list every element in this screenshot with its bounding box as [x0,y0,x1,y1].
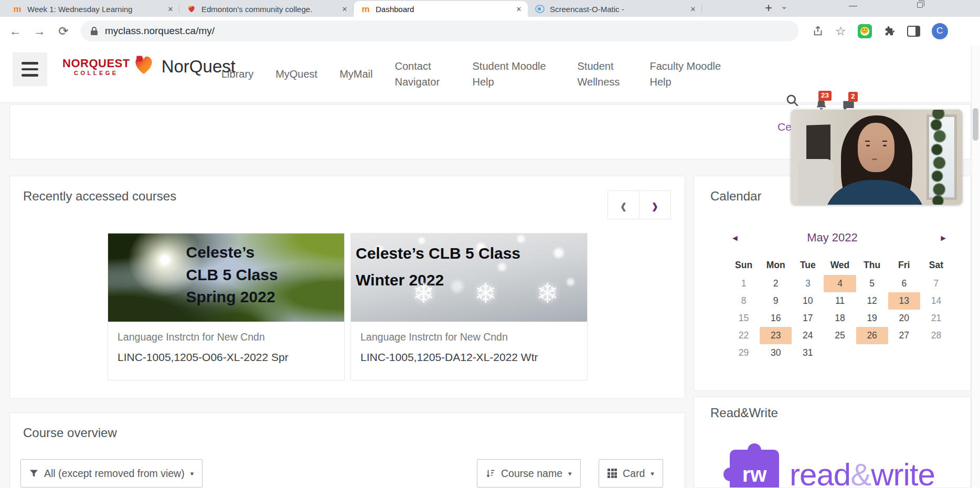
calendar-day-23[interactable]: 23 [760,327,792,344]
bitmoji-extension-icon[interactable] [858,24,872,38]
forward-button[interactable]: → [33,24,46,38]
tab-close-icon[interactable]: ✕ [514,4,524,14]
calendar-day-29[interactable]: 29 [728,344,760,362]
calendar-day-30[interactable]: 30 [760,344,792,362]
calendar-day-header: Tue [792,255,824,275]
nav-item-contact-navigator[interactable]: Contact Navigator [395,58,451,90]
browser-tab[interactable]: Dashboard ✕ [354,1,528,17]
search-icon[interactable] [785,93,800,108]
calendar-day-2[interactable]: 2 [760,275,792,292]
calendar-day-empty [856,344,888,362]
site-nav: LibraryMyQuestMyMailContact NavigatorStu… [221,45,733,102]
nav-item-student-moodle-help[interactable]: Student Moodle Help [473,58,556,90]
bookmark-star-icon[interactable]: ☆ [835,24,846,38]
calendar-day-13[interactable]: 13 [888,292,920,310]
calendar-day-20[interactable]: 20 [888,310,920,327]
norquest-logo[interactable]: NORQUEST COLLEGE NorQuest [62,57,236,77]
calendar-day-11[interactable]: 11 [824,292,856,310]
tab-title: Dashboard [376,5,509,14]
nav-item-student-wellness[interactable]: Student Wellness [578,58,628,90]
calendar-day-17[interactable]: 17 [792,310,824,327]
window-minimize-icon[interactable]: — [849,1,857,10]
scrollbar-thumb[interactable] [973,108,978,141]
tab-close-icon[interactable]: ✕ [688,4,698,14]
browser-tab[interactable]: Edmonton's community college. ✕ [179,1,354,17]
calendar-month-label[interactable]: May 2022 [694,231,971,245]
tab-close-icon[interactable]: ✕ [340,4,349,14]
calendar-day-5[interactable]: 5 [856,275,888,292]
address-bar[interactable]: myclass.norquest.ca/my/ [81,20,798,41]
display-mode-dropdown[interactable]: Card ▾ [599,459,663,487]
carousel-prev-button[interactable]: ‹ [608,190,640,219]
calendar-day-15[interactable]: 15 [728,310,760,327]
course-overview-title: Course overview [23,426,117,440]
browser-tab[interactable]: Week 1: Wednesday Learning ✕ [5,1,179,17]
course-card[interactable]: Celeste’s CLB 5 ClassWinter 2022 Languag… [350,233,588,380]
readwrite-logo[interactable]: rw read&write [694,450,971,488]
screencast-favicon [535,5,545,13]
new-tab-button[interactable]: + [765,2,772,14]
calendar-day-14[interactable]: 14 [920,292,952,310]
browser-profile-avatar[interactable]: C [932,23,948,39]
calendar-day-3[interactable]: 3 [792,275,824,292]
calendar-day-header: Sat [920,255,952,275]
course-code-link[interactable]: LINC-1005,1205-O06-XL-2022 Spr [118,351,289,364]
calendar-day-10[interactable]: 10 [792,292,824,310]
norquest-heart-icon [132,52,155,77]
back-button[interactable]: ← [8,24,22,38]
nav-item-library[interactable]: Library [221,66,253,82]
carousel-next-button[interactable]: › [639,190,671,219]
sort-dropdown[interactable]: Course name ▾ [477,459,581,487]
course-image[interactable]: Celeste’s CLB 5 ClassWinter 2022 [351,234,587,322]
reload-button[interactable]: ⟳ [57,24,70,38]
calendar-day-header: Thu [856,255,888,275]
calendar-day-9[interactable]: 9 [760,292,792,310]
filter-funnel-icon [29,469,38,478]
course-filter-dropdown[interactable]: All (except removed from view) ▾ [20,459,203,487]
calendar-day-1[interactable]: 1 [728,275,760,292]
dropdown-caret-icon: ▾ [190,470,194,478]
calendar-day-25[interactable]: 25 [824,327,856,344]
calendar-title: Calendar [710,189,761,204]
calendar-day-header: Fri [888,255,920,275]
course-image[interactable]: Celeste’sCLB 5 ClassSpring 2022 [108,234,344,322]
window-chevron-icon[interactable]: ⌄ [781,1,787,11]
side-panel-icon[interactable] [907,26,920,37]
calendar-next-month-arrow[interactable]: ► [939,234,947,243]
hamburger-menu-button[interactable] [13,52,47,86]
browser-tab[interactable]: Screencast-O-Matic - ✕ [528,1,702,17]
nav-item-mymail[interactable]: MyMail [339,66,372,82]
calendar-day-16[interactable]: 16 [760,310,792,327]
course-name: Language Instrctn for New Cndn [118,331,265,343]
calendar-day-21[interactable]: 21 [920,310,952,327]
browser-toolbar: ← → ⟳ myclass.norquest.ca/my/ ☆ C [0,17,980,45]
recently-accessed-courses-card: Recently accessed courses ‹ › Celeste’sC… [9,176,685,399]
calendar-day-31[interactable]: 31 [792,344,824,362]
logo-primary-text: NORQUEST [62,57,130,69]
course-overview-card: Course overview All (except removed from… [9,412,685,488]
calendar-day-18[interactable]: 18 [824,310,856,327]
tab-close-icon[interactable]: ✕ [166,4,175,14]
course-code-link[interactable]: LINC-1005,1205-DA12-XL-2022 Wtr [360,351,538,364]
calendar-day-24[interactable]: 24 [792,327,824,344]
calendar-day-27[interactable]: 27 [888,327,920,344]
calendar-day-4[interactable]: 4 [824,275,856,292]
nav-item-myquest[interactable]: MyQuest [275,66,317,82]
calendar-day-28[interactable]: 28 [920,327,952,344]
moodle-favicon [13,4,22,14]
calendar-day-12[interactable]: 12 [856,292,888,310]
tab-title: Week 1: Wednesday Learning [27,5,161,14]
calendar-day-8[interactable]: 8 [728,292,760,310]
calendar-day-22[interactable]: 22 [728,327,760,344]
browser-scrollbar[interactable] [971,45,980,488]
course-image-caption: Celeste’sCLB 5 ClassSpring 2022 [186,241,278,309]
nav-item-faculty-moodle-help[interactable]: Faculty Moodle Help [650,58,733,90]
calendar-day-7[interactable]: 7 [920,275,952,292]
calendar-day-6[interactable]: 6 [888,275,920,292]
extensions-puzzle-icon[interactable] [883,25,896,37]
notification-count-badge: 23 [818,91,832,101]
calendar-day-19[interactable]: 19 [856,310,888,327]
share-icon[interactable] [812,25,824,37]
calendar-day-26[interactable]: 26 [856,327,888,344]
course-card[interactable]: Celeste’sCLB 5 ClassSpring 2022 Language… [108,233,345,380]
